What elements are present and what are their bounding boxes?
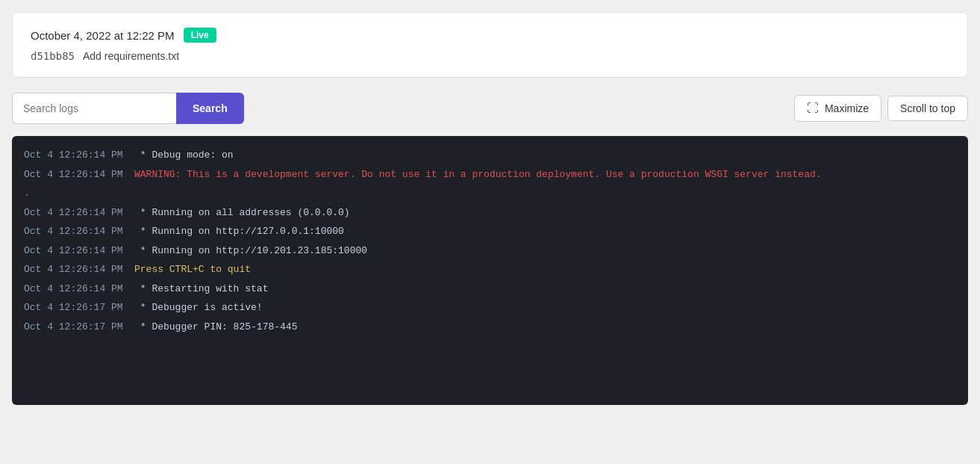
- log-text: Press CTRL+C to quit: [134, 262, 251, 277]
- search-bar-row: Search ⛶ Maximize Scroll to top: [12, 93, 968, 124]
- log-timestamp: Oct 4 12:26:14 PM: [24, 148, 128, 163]
- log-text: * Running on all addresses (0.0.0.0): [134, 205, 350, 220]
- commit-hash: d51bb85: [31, 50, 75, 62]
- log-line: Oct 4 12:26:14 PM * Running on http://12…: [24, 224, 956, 239]
- deployment-header: October 4, 2022 at 12:22 PM Live: [31, 28, 949, 43]
- log-timestamp: Oct 4 12:26:14 PM: [24, 205, 128, 220]
- maximize-button[interactable]: ⛶ Maximize: [794, 95, 881, 122]
- log-text: * Debug mode: on: [134, 148, 234, 163]
- right-controls: ⛶ Maximize Scroll to top: [794, 95, 968, 122]
- log-text: * Running on http://10.201.23.185:10000: [134, 244, 367, 259]
- log-timestamp: Oct 4 12:26:14 PM: [24, 282, 128, 297]
- search-input[interactable]: [12, 93, 176, 124]
- scroll-to-top-button[interactable]: Scroll to top: [887, 96, 968, 121]
- log-line: Oct 4 12:26:17 PM * Debugger PIN: 825-17…: [24, 320, 956, 335]
- log-timestamp: Oct 4 12:26:14 PM: [24, 262, 128, 277]
- deployment-card: October 4, 2022 at 12:22 PM Live d51bb85…: [12, 12, 968, 78]
- log-timestamp: Oct 4 12:26:14 PM: [24, 244, 128, 259]
- deployment-commit: d51bb85 Add requirements.txt: [31, 50, 949, 62]
- log-line: Oct 4 12:26:14 PM * Debug mode: on: [24, 148, 956, 163]
- log-line: Oct 4 12:26:14 PMWARNING: This is a deve…: [24, 167, 956, 182]
- log-timestamp: Oct 4 12:26:17 PM: [24, 320, 128, 335]
- log-line: Oct 4 12:26:14 PM * Running on all addre…: [24, 205, 956, 220]
- maximize-label: Maximize: [825, 102, 869, 114]
- log-text: * Debugger PIN: 825-178-445: [134, 320, 297, 335]
- log-line: Oct 4 12:26:17 PM * Debugger is active!: [24, 300, 956, 315]
- maximize-icon: ⛶: [807, 102, 819, 115]
- log-container[interactable]: Oct 4 12:26:14 PM * Debug mode: onOct 4 …: [12, 136, 968, 405]
- commit-message: Add requirements.txt: [83, 50, 179, 62]
- live-badge: Live: [184, 28, 216, 43]
- log-timestamp: Oct 4 12:26:14 PM: [24, 167, 128, 182]
- log-text: * Restarting with stat: [134, 282, 268, 297]
- log-line: Oct 4 12:26:14 PM * Running on http://10…: [24, 244, 956, 259]
- log-line: Oct 4 12:26:14 PMPress CTRL+C to quit: [24, 262, 956, 277]
- deployment-date: October 4, 2022 at 12:22 PM: [31, 29, 175, 42]
- search-button[interactable]: Search: [176, 93, 244, 124]
- log-text: * Debugger is active!: [134, 300, 263, 315]
- log-line: .: [24, 186, 956, 201]
- log-text: * Running on http://127.0.0.1:10000: [134, 224, 344, 239]
- log-timestamp: Oct 4 12:26:14 PM: [24, 224, 128, 239]
- log-line: Oct 4 12:26:14 PM * Restarting with stat: [24, 282, 956, 297]
- log-timestamp: Oct 4 12:26:17 PM: [24, 300, 128, 315]
- log-text: WARNING: This is a development server. D…: [134, 167, 822, 182]
